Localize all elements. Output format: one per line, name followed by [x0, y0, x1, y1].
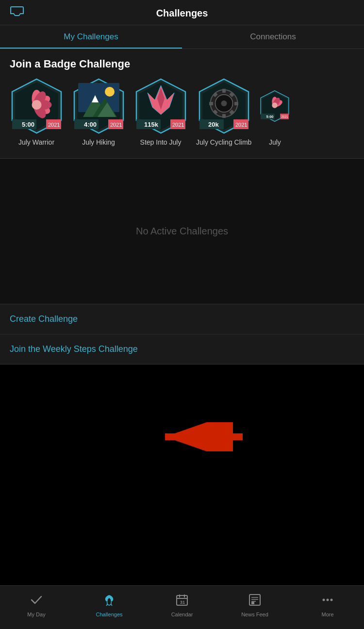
nav-challenges-label: Challenges	[96, 612, 122, 617]
empty-content-area	[0, 364, 364, 442]
tab-my-challenges[interactable]: My Challenges	[0, 25, 182, 49]
nav-news-feed-label: News Feed	[241, 612, 268, 617]
svg-text:2021: 2021	[235, 122, 247, 128]
svg-rect-68	[249, 595, 260, 605]
svg-point-8	[32, 100, 41, 110]
no-challenges-text: No Active Challenges	[136, 226, 228, 237]
nav-my-day-label: My Day	[27, 612, 45, 617]
svg-text:5:00: 5:00	[22, 121, 34, 128]
svg-point-75	[331, 598, 333, 601]
no-challenges-section: No Active Challenges	[0, 159, 364, 304]
nav-more-label: More	[321, 612, 333, 617]
svg-text:20k: 20k	[208, 121, 219, 128]
svg-rect-40	[209, 102, 213, 105]
svg-text:4:00: 4:00	[84, 121, 97, 128]
badge-label-july-extra: July	[269, 138, 281, 147]
svg-rect-41	[234, 102, 238, 105]
badge-label-july-hiking: July Hiking	[82, 138, 115, 147]
join-weekly-link[interactable]: Join the Weekly Steps Challenge	[0, 334, 364, 364]
more-icon	[321, 593, 334, 610]
nav-news-feed[interactable]: News Feed	[235, 593, 274, 617]
svg-rect-38	[222, 89, 226, 93]
badge-july-extra[interactable]: 5:00 2021 July	[260, 78, 289, 147]
badge-step-into-july[interactable]: 115k 2021 Step Into July	[134, 78, 187, 147]
tab-connections[interactable]: Connections	[182, 25, 364, 49]
svg-point-74	[327, 598, 329, 601]
svg-point-19	[105, 87, 115, 97]
badge-july-hiking[interactable]: 4:00 2021 July Hiking	[72, 78, 125, 147]
create-challenge-text: Create Challenge	[10, 314, 78, 324]
svg-text:31: 31	[180, 600, 185, 605]
svg-point-73	[323, 598, 325, 601]
challenges-icon	[102, 593, 116, 610]
badges-scroll-container[interactable]: 5:00 2021 July Warrior	[10, 78, 354, 150]
tab-bar: My Challenges Connections	[0, 25, 364, 49]
nav-more[interactable]: More	[308, 593, 347, 617]
nav-calendar[interactable]: 31 Calendar	[163, 593, 201, 617]
svg-text:2021: 2021	[110, 122, 122, 128]
svg-text:2021: 2021	[172, 122, 184, 128]
badge-july-cycling[interactable]: 20k 2021 July Cycling Climb	[196, 78, 251, 147]
svg-text:2021: 2021	[48, 122, 60, 128]
page-title: Challenges	[156, 8, 208, 19]
nav-my-day[interactable]: My Day	[17, 593, 56, 617]
inbox-icon[interactable]	[10, 5, 24, 22]
badge-label-step-into-july: Step Into July	[140, 138, 182, 147]
badge-section-title: Join a Badge Challenge	[10, 58, 354, 70]
badge-label-july-warrior: July Warrior	[18, 138, 54, 147]
news-feed-icon	[248, 593, 262, 610]
nav-challenges[interactable]: Challenges	[90, 593, 129, 617]
bottom-navigation: My Day Challenges 31 Calendar	[0, 585, 364, 629]
join-weekly-text: Join the Weekly Steps Challenge	[10, 344, 138, 354]
svg-rect-39	[222, 114, 226, 118]
action-links-section: Create Challenge Join the Weekly Steps C…	[0, 304, 364, 364]
svg-text:115k: 115k	[144, 121, 159, 128]
svg-text:2021: 2021	[281, 115, 288, 118]
create-challenge-link[interactable]: Create Challenge	[0, 304, 364, 334]
svg-point-55	[272, 102, 278, 108]
badge-label-july-cycling: July Cycling Climb	[196, 138, 251, 147]
app-header: Challenges	[0, 0, 364, 25]
badge-july-warrior[interactable]: 5:00 2021 July Warrior	[10, 78, 63, 147]
badge-challenge-section: Join a Badge Challenge 5:00	[0, 49, 364, 159]
svg-point-37	[221, 100, 227, 106]
nav-calendar-label: Calendar	[171, 612, 193, 617]
calendar-icon: 31	[175, 593, 189, 610]
svg-text:5:00: 5:00	[266, 115, 274, 119]
svg-rect-72	[251, 602, 254, 604]
checkmark-icon	[30, 593, 43, 610]
